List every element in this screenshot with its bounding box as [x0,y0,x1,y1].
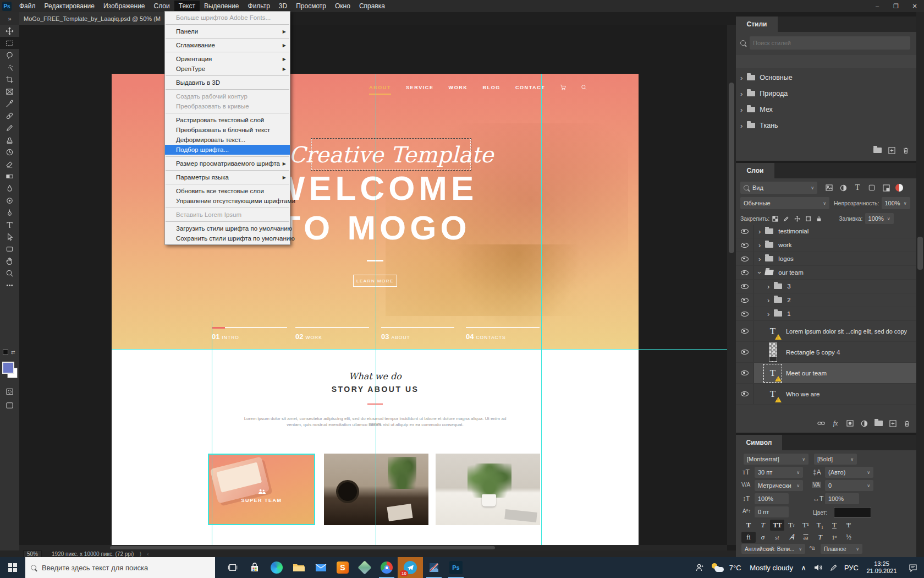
filter-type-icon[interactable]: T [850,182,865,194]
quick-selection-tool[interactable] [0,61,19,73]
visibility-eye-icon[interactable] [736,384,754,404]
menu-item[interactable]: Деформировать текст... [165,135,290,145]
fill-field[interactable]: 100%∨ [865,213,894,224]
mail-app-icon[interactable] [310,557,332,578]
status-expand-icon[interactable]: ⟩ [139,551,141,557]
menu-filter[interactable]: Фильтр [244,1,274,12]
lock-pixels-icon[interactable] [780,212,791,225]
swap-colors-icon[interactable]: ⇄ [11,350,15,355]
layer-row[interactable]: ›our team [736,266,916,280]
edge-app-icon[interactable] [266,557,288,578]
clock[interactable]: 13:2521.09.2021 [861,557,902,578]
superscript-button[interactable]: T¹ [799,520,813,531]
discretionary-ligatures-button[interactable]: st [770,532,784,543]
type-tool[interactable] [0,219,19,231]
screen-mode-icon[interactable] [0,399,19,411]
pen-tool[interactable] [0,206,19,219]
eyedropper-tool[interactable] [0,97,19,110]
pen-icon[interactable] [826,557,842,578]
notification-icon[interactable] [902,557,924,578]
layer-row[interactable]: ›2 [736,293,916,307]
foreground-color-swatch[interactable] [2,362,14,374]
clone-stamp-tool[interactable] [0,134,19,146]
menu-select[interactable]: Выделение [200,1,244,12]
photoshop-logo-icon[interactable]: Ps [2,2,12,11]
visibility-eye-icon[interactable] [736,363,754,383]
menu-view[interactable]: Просмотр [292,1,331,12]
visibility-eye-icon[interactable] [736,252,754,265]
fractions-button[interactable]: ½ [842,532,856,543]
style-folder-row[interactable]: ›Мех [740,106,773,113]
text-color-swatch[interactable] [834,507,871,517]
toolbar-collapse-icon[interactable]: » [0,12,19,25]
delete-icon[interactable] [899,144,913,156]
panels-scroll-thumb[interactable] [917,237,923,270]
menu-item[interactable]: Размер просматриваемого шрифта▶ [165,159,290,168]
healing-brush-tool[interactable] [0,110,19,122]
menu-layers[interactable]: Слои [150,1,174,12]
underline-button[interactable]: T [827,520,842,531]
layer-row[interactable]: ›work [736,238,916,252]
layer-style-fx-icon[interactable]: fx [828,417,843,429]
frame-tool[interactable] [0,85,19,97]
layer-row[interactable]: ›testimonial [736,225,916,238]
kerning-select[interactable]: Метрически∨ [755,480,803,491]
all-caps-button[interactable]: TT [770,520,784,531]
layer-row[interactable]: Rectangle 5 copy 4 [736,342,916,363]
task-view-button[interactable] [222,557,244,578]
delete-layer-icon[interactable] [900,417,914,429]
filter-pixel-icon[interactable] [822,182,836,194]
visibility-eye-icon[interactable] [736,266,754,279]
visibility-eye-icon[interactable] [736,293,754,307]
canvas-vertical-scrollbar[interactable] [727,25,736,545]
visibility-eye-icon[interactable] [736,225,754,238]
layer-row[interactable]: T Lorem ipsum dolor sit ...cing elit, se… [736,321,916,342]
menu-item[interactable]: Сохранить стили шрифта по умолчанию [165,233,290,243]
new-group-icon[interactable] [870,144,884,156]
menu-item[interactable]: Преобразовать в кривые [165,101,290,111]
strikethrough-button[interactable]: T [842,520,856,531]
ordinal-1st-button[interactable]: 1ˢᵗ [827,532,842,543]
faux-bold-button[interactable]: T [741,520,756,531]
hidden-icons-chevron[interactable]: ∧ [796,557,811,578]
styles-search-input[interactable] [750,36,910,50]
menu-item[interactable]: Управление отсутствующими шрифтами [165,196,290,206]
restore-button[interactable]: ❐ [887,0,905,12]
team-image-selected[interactable]: SUPER TEAM [208,454,315,525]
gradient-tool[interactable] [0,170,19,182]
visibility-eye-icon[interactable] [736,307,754,320]
layer-row[interactable]: T Who we are [736,384,916,405]
move-tool[interactable] [0,25,19,37]
leading-select[interactable]: (Авто)∨ [825,467,873,478]
close-button[interactable]: ✕ [905,0,924,12]
volume-icon[interactable] [811,557,826,578]
explorer-app-icon[interactable] [288,557,310,578]
menu-item[interactable]: Создать рабочий контур [165,91,290,101]
antialias-select[interactable]: Плавное∨ [821,544,862,554]
menu-item[interactable]: Выдавить в 3D [165,78,290,88]
document-tab[interactable]: MoGo_FREE_Template_by_Laaqiq.psd @ 50% (… [19,12,167,25]
lock-position-icon[interactable] [791,212,802,225]
tracking-select[interactable]: 0∨ [825,480,873,491]
menu-type[interactable]: Текст [174,1,200,12]
recent-styles-well[interactable] [736,55,916,68]
panels-scrollbar[interactable] [916,12,924,557]
minimize-button[interactable]: – [868,0,887,12]
history-brush-tool[interactable] [0,146,19,158]
zoom-level-field[interactable]: 50% [23,550,42,558]
taskbar-search[interactable]: Введите здесь текст для поиска [25,557,215,578]
lock-artboard-icon[interactable] [802,212,813,225]
filter-adjustment-icon[interactable] [836,182,850,194]
dodge-tool[interactable] [0,194,19,206]
menu-item[interactable]: Параметры языка▶ [165,172,290,182]
new-style-icon[interactable] [884,144,899,156]
menu-window[interactable]: Окно [331,1,355,12]
default-colors-icon[interactable] [3,350,8,355]
vertical-guide-2[interactable] [541,74,542,545]
filter-toggle-icon[interactable] [895,184,903,192]
horizontal-guide[interactable] [112,349,727,350]
menu-item[interactable]: Больше шрифтов Adobe Fonts... [165,13,290,23]
menu-item[interactable]: Панели▶ [165,26,290,36]
horizontal-scale-field[interactable]: 100% [825,493,859,504]
blur-tool[interactable] [0,182,19,194]
